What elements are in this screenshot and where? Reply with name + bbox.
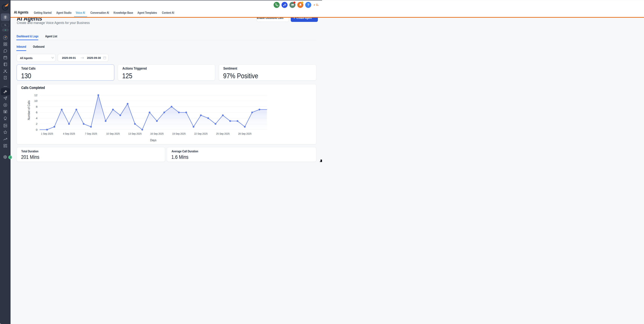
- svg-text:6: 6: [36, 111, 38, 114]
- svg-text:2: 2: [36, 122, 38, 125]
- svg-text:Days: Days: [150, 139, 156, 142]
- svg-text:16 Sep 2025: 16 Sep 2025: [150, 132, 164, 135]
- svg-text:0: 0: [36, 128, 38, 131]
- svg-text:8: 8: [36, 105, 38, 108]
- svg-text:10: 10: [34, 99, 38, 102]
- svg-text:1 Sep 2025: 1 Sep 2025: [41, 132, 53, 135]
- svg-text:4: 4: [36, 116, 38, 120]
- svg-text:12: 12: [34, 93, 38, 97]
- svg-text:13 Sep 2025: 13 Sep 2025: [128, 132, 142, 135]
- svg-text:28 Sep 2025: 28 Sep 2025: [238, 132, 252, 135]
- svg-text:10 Sep 2025: 10 Sep 2025: [106, 132, 120, 135]
- svg-text:Number of Calls: Number of Calls: [27, 100, 30, 120]
- svg-text:7 Sep 2025: 7 Sep 2025: [85, 132, 97, 135]
- svg-text:25 Sep 2025: 25 Sep 2025: [216, 132, 230, 135]
- svg-text:22 Sep 2025: 22 Sep 2025: [194, 132, 208, 135]
- svg-text:4 Sep 2025: 4 Sep 2025: [63, 132, 75, 135]
- svg-text:19 Sep 2025: 19 Sep 2025: [172, 132, 186, 135]
